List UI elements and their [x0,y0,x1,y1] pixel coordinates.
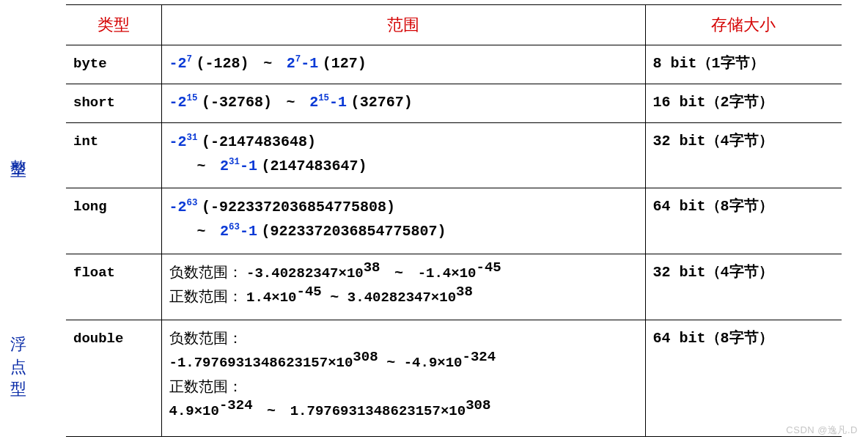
type-name: int [73,133,98,150]
type-name: double [73,331,123,347]
header-storage: 存储大小 [645,5,842,45]
range-max-power: 2 [287,55,295,72]
neg-range-label: 负数范围： [169,264,243,280]
group-label-float: 浮 点 型 [4,323,32,370]
type-name: long [73,199,107,215]
neg-range-label: 负数范围： [169,330,243,346]
table-row: float 负数范围： -3.40282347×1038 ~ -1.4×10-4… [66,254,842,320]
type-name: float [73,265,115,281]
header-range: 范围 [161,5,645,45]
table-row: int -231 (-2147483648) ~ 231-1 (21474836… [66,122,842,188]
storage-cell: 32 bit（4字节） [653,264,773,281]
pos-range-label: 正数范围： [169,378,243,394]
range-min-power: -2 [169,55,187,72]
storage-cell: 32 bit（4字节） [653,133,773,150]
storage-cell: 64 bit（8字节） [653,198,773,215]
type-name: short [73,95,115,111]
group-label-integer: 整型 [4,147,32,151]
types-table: 类型 范围 存储大小 byte -27 (-128) ~ 27-1 (127) … [66,4,842,437]
table-row: long -263 (-9223372036854775808) ~ 263-1… [66,188,842,254]
header-type: 类型 [66,5,161,45]
storage-cell: 64 bit（8字节） [653,330,773,347]
watermark: CSDN @逸凡.D [786,424,858,437]
table-header-row: 类型 范围 存储大小 [66,5,842,45]
pos-range-label: 正数范围： [169,288,243,304]
table-row: double 负数范围： -1.7976931348623157×10308 ~… [66,320,842,437]
storage-cell: 16 bit（2字节） [653,94,773,111]
table-row: byte -27 (-128) ~ 27-1 (127) 8 bit（1字节） [66,45,842,84]
storage-cell: 8 bit（1字节） [653,55,765,72]
table-row: short -215 (-32768) ~ 215-1 (32767) 16 b… [66,84,842,122]
type-name: byte [73,56,107,72]
